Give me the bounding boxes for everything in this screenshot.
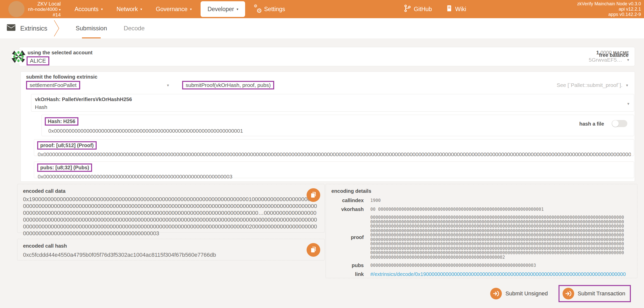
encoded-call-hash-label: encoded call hash	[23, 243, 319, 249]
proof-label: proof: [u8;512] (Proof)	[37, 141, 97, 150]
submit-transaction-highlight: Submit Transaction	[559, 285, 631, 302]
proof-input[interactable]: 0x00000000000000000000000000000000000000…	[38, 151, 631, 157]
vkorhash-value: Hash	[35, 104, 630, 110]
sign-in-icon	[490, 288, 502, 299]
chevron-down-icon: ▾	[627, 58, 629, 62]
method-value: submitProof(vkOrHash, proof, pubs)	[182, 81, 274, 89]
copy-icon	[310, 191, 316, 199]
encoding-details-title: encoding details	[331, 188, 632, 194]
encoded-call-hash-panel: encoded call hash 0xc5fcddd44e4550a4795b…	[17, 239, 325, 260]
decode-link[interactable]: #/extrinsics/decode/0x190000000000000000…	[370, 271, 626, 277]
account-select-label: using the selected account	[28, 50, 93, 56]
block-number: #14	[23, 12, 61, 18]
pallet-value: settlementFooPallet	[26, 81, 80, 89]
selected-account-name[interactable]: ALICE	[27, 56, 49, 65]
nav-developer[interactable]: Developer▾	[201, 1, 245, 17]
vkorhash-label: vkOrHash: PalletVerifiersVkOrHashH256	[35, 97, 630, 102]
git-branch-icon	[404, 5, 411, 14]
chain-name: ZKV Local	[23, 1, 61, 7]
sign-in-icon	[563, 288, 574, 299]
tabs: Submission Decode	[76, 18, 145, 38]
version-info: zkVerify Mainchain Node v0.3.0 api v12.2…	[577, 1, 641, 17]
encoded-call-data-panel: encoded call data 0x19000000000000000000…	[17, 184, 325, 233]
method-doc-hint: See [`Pallet::submit_proof`].	[557, 82, 622, 88]
copy-icon	[310, 246, 316, 254]
pubs-detail-label: pubs	[331, 263, 364, 268]
app-header: ZKV Local nh-node/4000 ▾ #14 Accounts▾ N…	[0, 0, 644, 18]
method-select[interactable]: submitProof(vkOrHash, proof, pubs) See […	[182, 81, 628, 89]
callindex-value: 1900	[370, 198, 626, 203]
pubs-label: pubs: [u8;32] (Pubs)	[37, 163, 92, 172]
submit-actions: Submit Unsigned Submit Transaction	[490, 285, 631, 302]
pallet-select[interactable]: settlementFooPallet ▾	[26, 81, 169, 89]
pubs-input[interactable]: 0x00000000000000000000000000000000000000…	[38, 174, 631, 180]
encoding-details-grid: callindex 1900 vkorhash 00 0000000000000…	[331, 198, 632, 277]
copy-call-hash-button[interactable]	[307, 243, 320, 257]
extrinsic-select-label: submit the following extrinsic	[26, 74, 97, 80]
encoded-call-data-label: encoded call data	[23, 188, 319, 194]
tab-bar: Extrinsics Submission Decode	[0, 18, 644, 38]
param-vkorhash[interactable]: vkOrHash: PalletVerifiersVkOrHashH256 Ha…	[31, 94, 634, 112]
chain-logo	[8, 1, 25, 17]
extrinsic-card: submit the following extrinsic settlemen…	[20, 72, 635, 182]
chevron-down-icon: ▾	[167, 83, 169, 88]
chevron-down-icon: ▾	[190, 7, 192, 11]
proof-detail-label: proof	[331, 234, 364, 240]
envelope-icon	[7, 24, 16, 33]
encoded-call-hash-value: 0xc5fcddd44e4550a4795b0f05f76d3f5302ac10…	[23, 252, 319, 258]
copy-call-data-button[interactable]	[307, 188, 320, 202]
external-links: GitHub Wiki	[404, 0, 466, 18]
vkorhash-detail-label: vkorhash	[331, 206, 364, 212]
submit-transaction-button[interactable]: Submit Transaction	[563, 288, 625, 299]
book-icon	[446, 5, 452, 13]
account-dropdown[interactable]: 5GrwvaEF5… ▾	[589, 57, 629, 63]
proof-detail-value: 0000000000000000000000000000000000000000…	[370, 215, 626, 259]
hash-label: Hash: H256	[45, 117, 78, 126]
chevron-down-icon: ▾	[101, 7, 103, 11]
pubs-detail-value: 0000000000000000000000000000000000000000…	[370, 263, 626, 268]
hash-input[interactable]: 0x00000000000000000000000000000000000000…	[48, 128, 631, 134]
main-nav: Accounts▾ Network▾ Governance▾ Developer…	[68, 0, 292, 18]
chevron-down-icon: ▾	[59, 8, 61, 12]
chain-info[interactable]: ZKV Local nh-node/4000 ▾ #14	[23, 1, 61, 18]
nav-settings[interactable]: ⚙⚙ Settings	[247, 0, 292, 18]
chevron-down-icon: ▾	[626, 83, 628, 88]
chevron-down-icon: ▾	[237, 7, 238, 11]
account-card: using the selected account ALICE free ba…	[19, 47, 635, 66]
breadcrumb-chevron-icon	[54, 20, 59, 37]
section-title: Extrinsics	[7, 18, 47, 38]
gear-icon: ⚙⚙	[254, 5, 262, 13]
account-identicon	[11, 49, 26, 64]
github-link[interactable]: GitHub	[404, 5, 432, 14]
nav-accounts[interactable]: Accounts▾	[68, 0, 110, 18]
balance-integer: 1	[596, 50, 599, 55]
account-address: 5GrwvaEF5…	[589, 57, 622, 63]
node-version: zkVerify Mainchain Node v0.3.0	[577, 1, 641, 7]
api-version: api v12.2.1	[577, 7, 641, 12]
tab-decode[interactable]: Decode	[124, 18, 145, 38]
param-proof: proof: [u8;512] (Proof) 0x00000000000000…	[34, 139, 634, 156]
tab-submission[interactable]: Submission	[76, 18, 107, 38]
param-hash: Hash: H256 0x000000000000000000000000000…	[41, 115, 634, 136]
toggle-knob	[612, 120, 619, 127]
chevron-down-icon: ▾	[627, 101, 629, 106]
wiki-link[interactable]: Wiki	[446, 5, 466, 13]
nav-governance[interactable]: Governance▾	[149, 0, 199, 18]
free-balance: free balance 1.0000 MACME	[591, 50, 629, 56]
encoded-call-data-value: 0x19000000000000000000000000000000000000…	[23, 196, 319, 237]
hash-a-file-label: hash a file	[579, 121, 604, 127]
param-pubs: pubs: [u8;32] (Pubs) 0x00000000000000000…	[34, 161, 634, 178]
submit-unsigned-button[interactable]: Submit Unsigned	[490, 288, 548, 299]
chevron-down-icon: ▾	[140, 7, 142, 11]
hash-a-file-toggle[interactable]	[612, 120, 627, 127]
callindex-label: callindex	[331, 198, 364, 203]
nav-network[interactable]: Network▾	[110, 0, 149, 18]
apps-version: apps v0.142.2-9	[577, 12, 641, 17]
encoding-details-panel: encoding details callindex 1900 vkorhash…	[326, 184, 637, 278]
extrinsic-selects: settlementFooPallet ▾ submitProof(vkOrHa…	[26, 81, 628, 89]
node-endpoint: nh-node/4000 ▾	[23, 7, 61, 12]
section-label: Extrinsics	[20, 25, 47, 32]
link-label: link	[331, 271, 364, 277]
vkorhash-detail-value: 00 0000000000000000000000000000000000000…	[370, 207, 626, 212]
